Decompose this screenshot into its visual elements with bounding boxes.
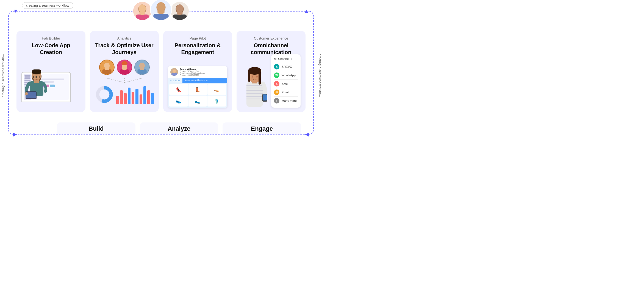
cx-title: Omnichannel communication <box>241 42 301 56</box>
svg-point-9 <box>157 10 165 14</box>
product-3: 👡 <box>207 84 226 95</box>
svg-rect-48 <box>171 73 177 76</box>
arrow-left-top-icon: ▼ <box>13 8 18 14</box>
fab-builder-illustration: Overview <box>21 60 80 108</box>
svg-line-41 <box>107 78 124 83</box>
svg-rect-64 <box>263 94 267 100</box>
bottom-labels: Build Analyze Engage <box>9 122 313 134</box>
estore-header: ≡ EStore Matches with Emma <box>168 78 227 83</box>
cx-illustration: All Channel ∨ B BREVO W WhatsApp <box>241 60 301 108</box>
bar-5 <box>135 89 138 104</box>
avatar-person-3 <box>170 1 190 21</box>
bar-3 <box>128 88 131 104</box>
product-grid: 👠 👢 👡 👟 🥿 🩴 <box>168 83 227 108</box>
svg-point-36 <box>121 61 127 65</box>
svg-point-61 <box>252 76 253 78</box>
analytics-card: Analytics Track & Optimize User Journeys <box>90 31 159 112</box>
person-fab <box>23 69 50 108</box>
svg-rect-51 <box>246 88 263 88</box>
bar-1 <box>120 90 123 104</box>
bottom-label-engage: Engage <box>223 122 301 134</box>
channel-header: All Channel ∨ <box>274 57 298 60</box>
svg-rect-3 <box>136 15 149 21</box>
channel-panel: All Channel ∨ B BREVO W WhatsApp <box>271 54 301 108</box>
bar-2 <box>124 93 127 104</box>
side-label-right: creating a seamless workflow <box>318 54 322 97</box>
svg-rect-53 <box>246 93 263 94</box>
product-6: 🩴 <box>207 96 226 107</box>
channel-brevo: B BREVO <box>274 63 298 71</box>
product-4: 👟 <box>169 96 188 107</box>
page-pilot-subtitle: Page Pilot <box>190 36 206 40</box>
cards-row: Fab Builder Low-Code App Creation <box>9 25 313 118</box>
profile-avatar <box>170 68 178 76</box>
svg-line-43 <box>124 78 141 83</box>
connect-lines-svg <box>100 77 149 84</box>
channel-more: + Many more <box>274 97 298 105</box>
product-2: 👢 <box>188 84 207 95</box>
fab-builder-subtitle: Fab Builder <box>42 36 60 40</box>
main-wrapper: creating a seamless workflow creating a … <box>0 0 322 151</box>
email-icon: ✉ <box>274 90 279 95</box>
cx-person <box>241 66 269 108</box>
bottom-label-build: Build <box>57 122 135 134</box>
customer-experience-card: Customer Experience Omnichannel communic… <box>237 31 306 112</box>
channel-sms: S SMS <box>274 80 298 88</box>
chart-area <box>95 85 154 104</box>
side-label-left: creating a seamless workflow <box>1 54 5 97</box>
svg-rect-54 <box>246 96 263 97</box>
svg-rect-13 <box>173 15 187 21</box>
analytics-avatars <box>99 60 150 75</box>
analytics-title: Track & Optimize User Journeys <box>95 42 154 56</box>
bar-chart <box>116 85 154 104</box>
estore-match: Matches with Emma <box>182 78 227 83</box>
svg-point-35 <box>122 67 127 70</box>
svg-rect-60 <box>259 71 261 85</box>
analytics-avatar-3 <box>134 60 150 75</box>
product-5: 🥿 <box>188 96 207 107</box>
fab-builder-title: Low-Code App Creation <box>21 42 80 56</box>
avatar-person-1 <box>132 1 152 21</box>
svg-rect-55 <box>246 99 263 99</box>
cx-subtitle: Customer Experience <box>254 36 288 40</box>
sms-icon: S <box>274 81 279 86</box>
svg-point-31 <box>104 67 109 70</box>
page-pilot-title: Personalization & Engagement <box>168 42 227 56</box>
page-pilot-card: Page Pilot Personalization & Engagement <box>163 31 232 112</box>
more-icon: + <box>274 98 279 104</box>
arrow-right-top-icon: ▲ <box>304 8 309 14</box>
svg-point-14 <box>177 11 183 15</box>
svg-rect-52 <box>246 90 263 91</box>
brevo-icon: B <box>274 64 279 69</box>
analytics-avatar-1 <box>99 60 115 75</box>
cx-layout: All Channel ∨ B BREVO W WhatsApp <box>241 60 301 108</box>
page-pilot-illustration: Emma Williams Female 28 Years USA Email:… <box>168 60 227 108</box>
avatar-cluster <box>132 1 190 21</box>
bar-7 <box>143 86 146 104</box>
svg-point-22 <box>25 92 28 95</box>
channel-email: ✉ Email <box>274 88 298 97</box>
svg-point-4 <box>139 11 145 15</box>
bottom-label-analyze: Analyze <box>140 122 218 134</box>
analytics-avatar-2 <box>117 60 132 75</box>
avatar-person-2 <box>150 0 172 21</box>
channel-whatsapp: W WhatsApp <box>274 71 298 80</box>
analytics-subtitle: Analytics <box>117 36 131 40</box>
top-label-badge: creating a seamless workflow <box>22 2 73 9</box>
svg-rect-8 <box>153 14 169 21</box>
svg-rect-49 <box>246 82 263 107</box>
dashed-border-container: ▼ ▶ ▲ ◀ <box>8 11 314 135</box>
donut-chart <box>95 85 114 104</box>
svg-point-40 <box>140 67 144 70</box>
profile-bar: Emma Williams Female 28 Years USA Email:… <box>168 66 227 78</box>
svg-rect-50 <box>246 85 263 86</box>
svg-point-47 <box>173 69 176 73</box>
bar-8 <box>147 90 150 104</box>
estore-mockup: Emma Williams Female 28 Years USA Email:… <box>168 66 227 108</box>
estore-nav: ≡ EStore <box>168 78 182 83</box>
analytics-illustration <box>95 60 154 108</box>
bar-0 <box>116 96 119 104</box>
fab-builder-card: Fab Builder Low-Code App Creation <box>16 31 85 112</box>
bar-9 <box>151 93 154 104</box>
bar-4 <box>132 92 134 104</box>
